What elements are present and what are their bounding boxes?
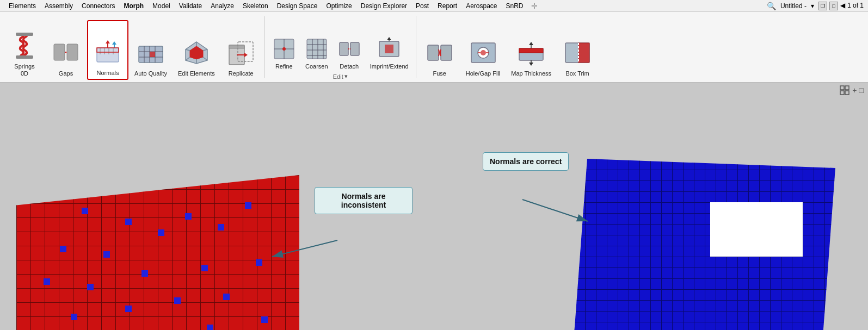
svg-rect-46 — [340, 42, 348, 55]
ribbon-edit-elements[interactable]: Edit Elements — [173, 20, 220, 80]
auto-quality-label: Auto Quality — [134, 70, 167, 77]
page-nav-left[interactable]: ◀ — [840, 2, 845, 10]
edit-elements-label: Edit Elements — [178, 70, 215, 77]
normal-indicator — [125, 306, 132, 312]
callout-correct: Normals are correct — [483, 152, 569, 171]
svg-marker-13 — [112, 41, 116, 45]
ribbon-imprint-extend[interactable]: Imprint/Extend — [366, 18, 413, 73]
canvas-area: Normals are inconsistent Normals are cor… — [0, 83, 868, 330]
svg-rect-76 — [845, 91, 849, 95]
menu-design-space[interactable]: Design Space — [273, 1, 322, 11]
menu-aerospace[interactable]: Aerospace — [461, 1, 501, 11]
normal-indicator — [185, 213, 192, 220]
normal-indicator — [201, 265, 208, 271]
svg-rect-73 — [840, 86, 844, 90]
window-controls: ❐ □ ◀ 1 of 1 — [818, 2, 864, 10]
title-dropdown[interactable]: ▾ — [811, 2, 814, 10]
ribbon-springs[interactable]: Springs0D — [4, 20, 45, 80]
hole-gap-fill-label: Hole/Gap Fill — [466, 70, 501, 77]
ribbon-normals[interactable]: Normals — [87, 20, 128, 80]
normal-indicator — [207, 325, 213, 330]
replicate-label: Replicate — [229, 70, 254, 77]
normal-indicator — [82, 208, 88, 214]
edit-elements-icon — [181, 38, 212, 68]
menu-model[interactable]: Model — [148, 1, 175, 11]
menu-morph[interactable]: Morph — [119, 1, 148, 11]
menu-bar: Elements Assembly Connectors Morph Model… — [0, 0, 868, 12]
restore-button[interactable]: ❐ — [818, 2, 827, 10]
svg-marker-52 — [387, 37, 391, 40]
imprint-extend-label: Imprint/Extend — [370, 63, 409, 70]
normal-indicator — [125, 219, 132, 225]
normal-indicator — [87, 284, 94, 290]
ribbon-gaps[interactable]: Gaps — [46, 20, 86, 80]
svg-rect-3 — [67, 44, 78, 60]
svg-point-38 — [282, 47, 286, 51]
menu-snrd[interactable]: SnRD — [502, 1, 528, 11]
svg-rect-75 — [840, 91, 844, 95]
ribbon-hole-gap-fill[interactable]: Hole/Gap Fill — [461, 20, 506, 80]
ribbon-refine[interactable]: Refine — [268, 18, 300, 73]
normal-indicator — [158, 229, 164, 236]
edit-dropdown-icon[interactable]: ▾ — [344, 73, 348, 80]
svg-marker-63 — [529, 42, 533, 45]
fuse-icon — [424, 38, 455, 68]
ribbon-map-thickness[interactable]: Map Thickness — [506, 20, 556, 80]
add-icon[interactable]: + — [852, 86, 857, 95]
fullscreen-button[interactable]: □ — [829, 2, 838, 10]
coarsen-icon — [305, 37, 329, 61]
gaps-icon — [51, 38, 81, 68]
normal-indicator — [223, 294, 230, 300]
page-info: 1 of 1 — [847, 2, 864, 10]
menu-elements[interactable]: Elements — [4, 1, 40, 11]
auto-quality-icon — [136, 38, 166, 68]
map-thickness-icon — [516, 38, 546, 68]
springs-label: Springs0D — [14, 63, 34, 77]
menu-assembly[interactable]: Assembly — [40, 1, 77, 11]
svg-rect-50 — [385, 45, 393, 53]
ribbon-replicate[interactable]: Replicate — [221, 20, 261, 80]
menu-design-explorer[interactable]: Design Explorer — [356, 1, 411, 11]
svg-rect-39 — [307, 39, 327, 59]
normal-indicator — [218, 224, 224, 231]
expand-icon[interactable]: □ — [859, 86, 864, 95]
menu-validate[interactable]: Validate — [175, 1, 206, 11]
ribbon-detach[interactable]: Detach — [334, 18, 365, 73]
normal-indicator — [261, 316, 268, 323]
mesh-left — [16, 175, 299, 330]
corner-icons: + □ — [839, 85, 864, 96]
edit-group-label: Edit ▾ — [333, 73, 348, 80]
menu-report[interactable]: Report — [433, 1, 461, 11]
svg-rect-47 — [350, 42, 359, 55]
springs-icon — [9, 30, 40, 61]
svg-line-72 — [522, 200, 588, 221]
svg-marker-34 — [244, 53, 248, 57]
normal-indicator — [60, 246, 66, 252]
coarsen-label: Coarsen — [305, 63, 328, 70]
box-trim-label: Box Trim — [565, 70, 589, 77]
move-icon: ✛ — [531, 2, 538, 10]
menu-post[interactable]: Post — [411, 1, 433, 11]
normal-indicator — [245, 202, 251, 209]
normal-indicator — [71, 314, 77, 320]
menu-optimize[interactable]: Optimize — [322, 1, 356, 11]
refine-label: Refine — [275, 63, 293, 70]
menu-analyze[interactable]: Analyze — [206, 1, 238, 11]
ribbon-coarsen[interactable]: Coarsen — [301, 18, 333, 73]
ribbon-auto-quality[interactable]: Auto Quality — [130, 20, 172, 80]
menu-connectors[interactable]: Connectors — [77, 1, 119, 11]
ribbon-fuse[interactable]: Fuse — [420, 20, 460, 80]
menu-skeleton[interactable]: Skeleton — [238, 1, 273, 11]
svg-rect-74 — [845, 86, 849, 90]
normal-indicator — [174, 297, 181, 304]
ribbon-box-trim[interactable]: Box Trim — [557, 20, 598, 80]
svg-rect-54 — [441, 45, 452, 60]
svg-rect-21 — [150, 52, 155, 57]
svg-rect-31 — [229, 45, 244, 48]
svg-rect-2 — [54, 44, 65, 60]
search-icon[interactable]: 🔍 — [767, 2, 776, 10]
title-name: Untitled - — [780, 2, 807, 10]
grid-corner-icon — [839, 85, 850, 96]
svg-marker-65 — [529, 63, 533, 66]
callout-inconsistent: Normals are inconsistent — [315, 187, 413, 214]
